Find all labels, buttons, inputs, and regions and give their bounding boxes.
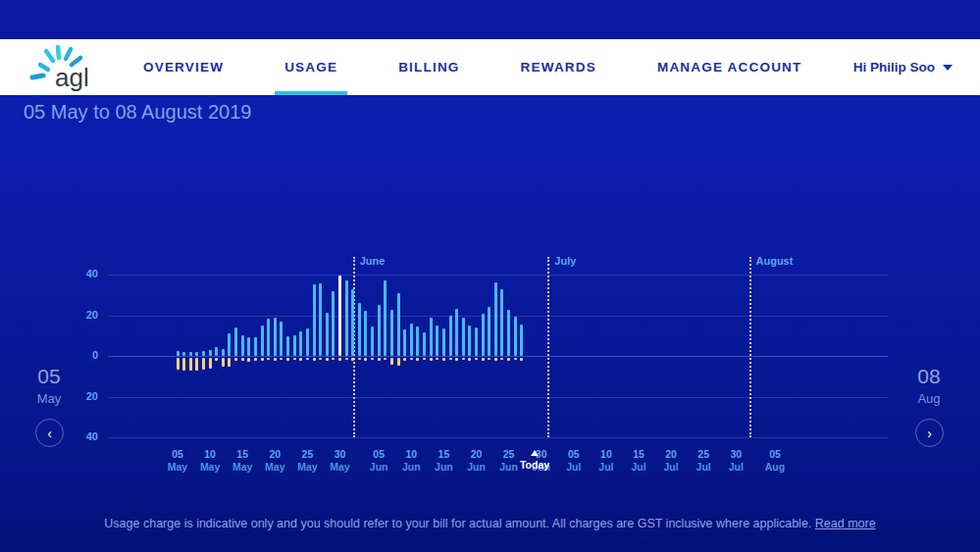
export-bar[interactable] (228, 358, 231, 367)
export-bar[interactable] (482, 358, 485, 361)
export-bar[interactable] (202, 358, 205, 370)
export-bar[interactable] (455, 358, 458, 361)
export-bar[interactable] (351, 358, 354, 361)
usage-bar[interactable] (494, 282, 497, 356)
export-bar[interactable] (520, 358, 523, 361)
usage-bar[interactable] (241, 335, 244, 356)
export-bar[interactable] (345, 358, 348, 360)
export-bar[interactable] (195, 358, 198, 371)
usage-bar[interactable] (371, 326, 374, 356)
export-bar[interactable] (182, 358, 185, 371)
export-bar[interactable] (189, 358, 192, 371)
nav-billing[interactable]: BILLING (394, 40, 463, 94)
export-bar[interactable] (177, 358, 180, 370)
usage-bar[interactable] (507, 310, 510, 356)
usage-bar[interactable] (482, 314, 485, 356)
usage-bar[interactable] (416, 326, 419, 356)
usage-bar[interactable] (338, 276, 341, 356)
usage-bar[interactable] (254, 337, 257, 356)
export-bar[interactable] (274, 358, 277, 361)
usage-bar[interactable] (267, 319, 270, 356)
usage-bar[interactable] (326, 313, 329, 356)
usage-bar[interactable] (319, 283, 322, 356)
usage-bar[interactable] (280, 322, 283, 356)
usage-bar[interactable] (488, 307, 490, 356)
usage-bar[interactable] (182, 352, 185, 356)
export-bar[interactable] (403, 358, 406, 361)
usage-bar[interactable] (293, 335, 296, 356)
usage-bar[interactable] (449, 316, 452, 357)
export-bar[interactable] (267, 358, 270, 360)
usage-bar[interactable] (397, 293, 400, 356)
export-bar[interactable] (338, 358, 341, 361)
nav-usage[interactable]: USAGE (281, 40, 341, 94)
x-axis-tick[interactable]: 30May (318, 448, 361, 474)
usage-bar[interactable] (274, 318, 277, 356)
export-bar[interactable] (358, 358, 361, 360)
read-more-link[interactable]: Read more (815, 517, 876, 530)
usage-bar[interactable] (306, 328, 309, 356)
usage-bar[interactable] (468, 326, 471, 356)
export-bar[interactable] (500, 358, 503, 360)
export-bar[interactable] (397, 358, 400, 366)
export-bar[interactable] (215, 358, 218, 361)
export-bar[interactable] (416, 358, 419, 361)
export-bar[interactable] (430, 358, 433, 361)
export-bar[interactable] (261, 358, 264, 361)
export-bar[interactable] (332, 358, 335, 360)
export-bar[interactable] (280, 358, 283, 360)
usage-bar[interactable] (209, 350, 212, 356)
export-bar[interactable] (241, 358, 244, 361)
usage-bar[interactable] (177, 351, 180, 356)
nav-rewards[interactable]: REWARDS (517, 40, 600, 94)
export-bar[interactable] (462, 358, 465, 360)
export-bar[interactable] (254, 358, 257, 361)
export-bar[interactable] (234, 358, 237, 361)
export-bar[interactable] (306, 358, 309, 360)
x-axis-tick[interactable]: 05Aug (753, 448, 797, 474)
export-bar[interactable] (209, 358, 212, 369)
usage-bar[interactable] (423, 332, 426, 356)
export-bar[interactable] (488, 358, 490, 360)
nav-manage-account[interactable]: MANAGE ACCOUNT (653, 40, 806, 94)
export-bar[interactable] (313, 358, 316, 361)
usage-bar[interactable] (247, 337, 250, 356)
usage-bar[interactable] (228, 333, 231, 356)
user-menu[interactable]: Hi Philip Soo (853, 39, 953, 95)
export-bar[interactable] (468, 358, 471, 361)
export-bar[interactable] (449, 358, 452, 360)
usage-bar[interactable] (332, 291, 335, 356)
usage-bar[interactable] (313, 284, 316, 356)
usage-bar[interactable] (378, 305, 381, 356)
export-bar[interactable] (423, 358, 426, 360)
next-period-button[interactable]: › (915, 419, 944, 447)
export-bar[interactable] (514, 358, 517, 360)
export-bar[interactable] (507, 358, 510, 361)
usage-bar[interactable] (189, 352, 192, 356)
export-bar[interactable] (364, 358, 367, 361)
usage-bar[interactable] (430, 318, 433, 356)
export-bar[interactable] (326, 358, 329, 361)
export-bar[interactable] (378, 358, 381, 361)
export-bar[interactable] (494, 358, 497, 361)
export-bar[interactable] (436, 358, 438, 360)
usage-bar[interactable] (475, 327, 478, 356)
usage-bar[interactable] (442, 328, 445, 356)
agl-logo[interactable]: agl (26, 41, 108, 94)
usage-bar[interactable] (222, 349, 225, 356)
export-bar[interactable] (410, 358, 413, 360)
usage-bar[interactable] (286, 336, 289, 356)
usage-bar[interactable] (514, 317, 517, 356)
usage-bar[interactable] (215, 347, 218, 356)
usage-bar[interactable] (462, 318, 465, 356)
export-bar[interactable] (293, 358, 296, 360)
export-bar[interactable] (442, 358, 445, 361)
usage-bar[interactable] (436, 326, 438, 356)
export-bar[interactable] (384, 358, 387, 360)
usage-bar[interactable] (520, 325, 523, 356)
export-bar[interactable] (319, 358, 322, 360)
usage-bar[interactable] (384, 280, 387, 356)
usage-bar[interactable] (299, 331, 302, 356)
nav-overview[interactable]: OVERVIEW (139, 40, 228, 94)
x-axis-tick[interactable]: 30Jul (714, 448, 757, 474)
